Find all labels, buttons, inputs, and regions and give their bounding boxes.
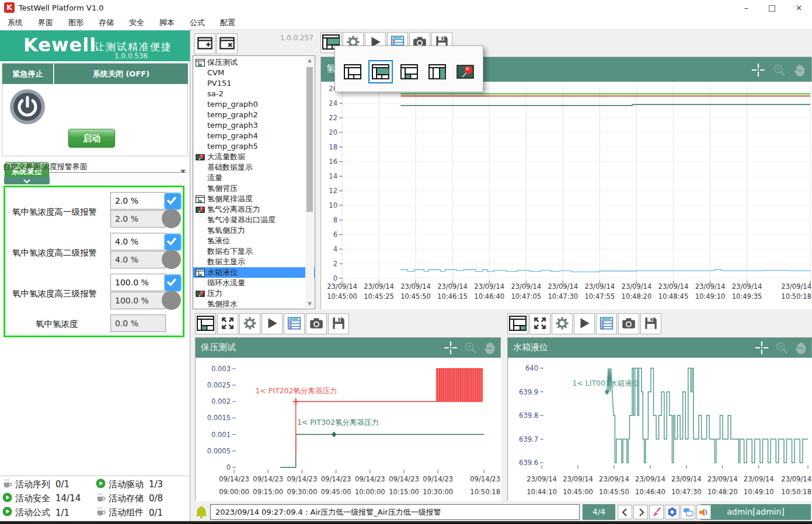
tree-item-流量[interactable]: 流量 <box>193 173 315 183</box>
menu-item-脚本[interactable]: 脚本 <box>152 16 182 29</box>
tree-item-temp_graph4[interactable]: temp_graph4 <box>193 131 315 141</box>
tree-item-CVM[interactable]: CVM <box>193 68 315 78</box>
zoom-icon[interactable] <box>772 62 787 78</box>
menu-item-存储[interactable]: 存储 <box>91 16 121 29</box>
tree-item-label: 循环水流量 <box>207 278 245 288</box>
running-icon <box>2 492 12 502</box>
crosshair-icon[interactable] <box>751 62 766 78</box>
layout-top-option[interactable] <box>368 60 392 83</box>
pan-hand-icon[interactable] <box>793 62 808 78</box>
holding-test-chart[interactable]: 00.00050.0010.00150.0020.00250.00309/14/… <box>196 358 501 501</box>
tree-item-PV151[interactable]: PV151 <box>193 78 315 89</box>
crosshair-icon[interactable] <box>754 340 769 355</box>
alarm-setpoint-input[interactable]: 100.0 % <box>110 274 166 291</box>
menu-item-图形[interactable]: 图形 <box>61 16 91 29</box>
tree-item-label: 氢侧尾排温度 <box>207 194 253 204</box>
alarm-enable-checkbox[interactable] <box>164 193 182 210</box>
alarm-enable-checkbox[interactable] <box>164 233 182 251</box>
zoom-icon[interactable] <box>463 340 478 355</box>
tree-item-氢侧排水[interactable]: 氢侧排水 <box>193 299 315 309</box>
tree-item-大流量数据[interactable]: 大流量数据 <box>193 152 315 162</box>
layout-br-button[interactable] <box>507 313 528 334</box>
tree-scrollbar[interactable]: ▲ ▼ <box>305 57 314 308</box>
svg-text:09/14/23: 09/14/23 <box>389 475 419 483</box>
alarm-bell-icon[interactable] <box>196 505 207 520</box>
crosshair-icon[interactable] <box>443 340 458 355</box>
layout-plain-option[interactable] <box>340 60 364 83</box>
pin-screen-option[interactable] <box>454 60 478 83</box>
zoom-icon[interactable] <box>774 340 789 355</box>
close-window-button[interactable] <box>217 33 238 54</box>
layout-bl-button[interactable] <box>195 313 216 334</box>
tree-item-氢侧尾排温度[interactable]: 氢侧尾排温度 <box>193 194 315 204</box>
tree-item-水箱液位[interactable]: 水箱液位 <box>193 267 315 278</box>
table-button[interactable] <box>284 313 305 334</box>
gear-button[interactable] <box>552 313 573 334</box>
layout-right-option[interactable] <box>425 60 449 83</box>
play-button[interactable] <box>574 313 595 334</box>
layout-bl2-option[interactable] <box>397 60 421 83</box>
menu-item-公式[interactable]: 公式 <box>182 16 212 29</box>
tree-item-基础数据显示[interactable]: 基础数据显示 <box>193 162 315 173</box>
scroll-thumb[interactable] <box>306 67 313 212</box>
expand-button[interactable] <box>217 313 238 334</box>
table-button[interactable] <box>596 313 617 334</box>
tree-item-压力[interactable]: 压力 <box>193 288 315 299</box>
tree-item-数据主显示[interactable]: 数据主显示 <box>193 257 315 267</box>
minimize-button[interactable]: – <box>733 0 759 16</box>
expand-button[interactable] <box>529 313 550 334</box>
play-button[interactable] <box>262 313 283 334</box>
collapse-tab[interactable] <box>4 177 50 184</box>
camera-button[interactable] <box>306 313 327 334</box>
new-window-button[interactable] <box>194 33 215 54</box>
menu-item-系统[interactable]: 系统 <box>0 16 30 29</box>
power-icon <box>9 88 46 125</box>
alarm-enable-checkbox[interactable] <box>164 274 182 292</box>
left-panel: Kewell 让测试精准便捷 1.0.0.536 紧急停止 系统关闭 (OFF)… <box>0 29 190 521</box>
tree-item-循环水流量[interactable]: 循环水流量 <box>193 278 315 288</box>
tree-item-氢氧侧压力[interactable]: 氢氧侧压力 <box>193 225 315 236</box>
emergency-stop-button[interactable] <box>9 88 46 125</box>
hydrogen-side-chart[interactable]: 0246810121416182022242623/09/1410:45:002… <box>321 82 812 309</box>
gear-button[interactable] <box>239 313 260 334</box>
tree-item-sa-2[interactable]: sa-2 <box>193 89 315 99</box>
tree-item-数据右下显示[interactable]: 数据右下显示 <box>193 246 315 257</box>
messages-button[interactable] <box>681 505 695 519</box>
start-button[interactable]: 启动 <box>68 129 115 148</box>
svg-text:639.6: 639.6 <box>519 459 538 467</box>
save-button[interactable] <box>640 313 661 334</box>
alarm-setpoint-input[interactable]: 4.0 % <box>110 233 166 250</box>
tree-item-氢侧背压[interactable]: 氢侧背压 <box>193 183 315 194</box>
tree-item-temp_graph2[interactable]: temp_graph2 <box>193 110 315 120</box>
tree-item-氢气冷凝器出口温度[interactable]: 氢气冷凝器出口温度 <box>193 215 315 225</box>
tree-item-temp_graph0[interactable]: temp_graph0 <box>193 99 315 110</box>
clean-button[interactable] <box>649 505 664 519</box>
menu-item-界面[interactable]: 界面 <box>30 16 61 29</box>
maximize-button[interactable]: □ <box>759 0 785 16</box>
sound-button[interactable] <box>696 505 711 519</box>
tree-item-temp_graph5[interactable]: temp_graph5 <box>193 141 315 152</box>
tree-item-temp_graph3[interactable]: temp_graph3 <box>193 120 315 131</box>
menu-item-安全[interactable]: 安全 <box>121 16 152 29</box>
tank-level-chart[interactable]: 639.6639.7639.8639.964023/09/1410:44:102… <box>508 358 812 501</box>
menu-item-配置[interactable]: 配置 <box>212 16 243 29</box>
tree-item-保压测试[interactable]: 保压测试 <box>193 57 315 68</box>
camera-button[interactable] <box>618 313 639 334</box>
scroll-up-icon[interactable]: ▲ <box>305 57 314 65</box>
pan-hand-icon[interactable] <box>794 340 809 355</box>
tree-item-氢液位[interactable]: 氢液位 <box>193 236 315 246</box>
save-button[interactable] <box>328 313 349 334</box>
custom-view-value: 浓度报警界面 <box>42 162 88 172</box>
next-button[interactable] <box>633 505 648 519</box>
pan-hand-icon[interactable] <box>483 340 498 355</box>
caret-down-icon[interactable] <box>180 166 186 175</box>
settings-button[interactable] <box>665 505 679 519</box>
prev-button[interactable] <box>618 505 632 519</box>
svg-text:09/14/23: 09/14/23 <box>470 475 500 483</box>
gear-icon <box>242 316 257 331</box>
alarm-setpoint-input[interactable]: 2.0 % <box>110 192 166 209</box>
close-button[interactable]: × <box>786 0 812 16</box>
tree-item-氢气分离器压力[interactable]: 氢气分离器压力 <box>193 204 315 215</box>
alarm-message[interactable]: 2023/09/14 09:27:09.4 : Air压力低一级报警_Air压力… <box>210 504 580 520</box>
scroll-down-icon[interactable]: ▼ <box>305 300 314 308</box>
